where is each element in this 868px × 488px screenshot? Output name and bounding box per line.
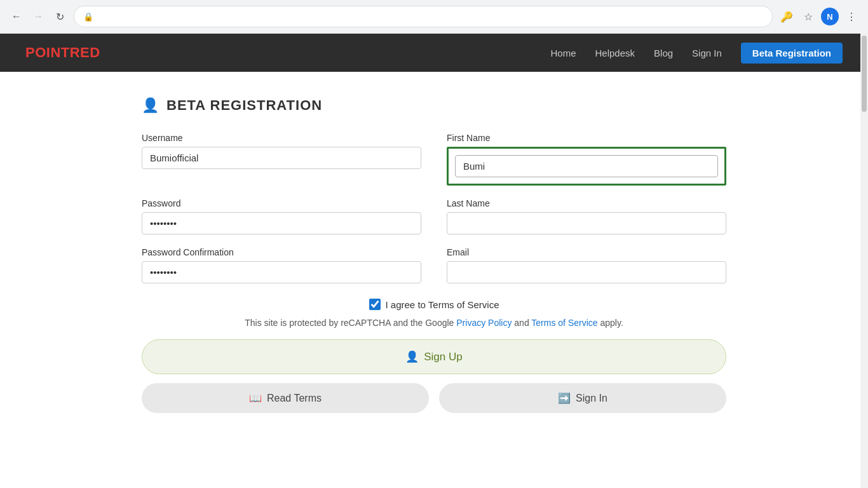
page-title: BETA REGISTRATION xyxy=(166,97,322,114)
password-confirm-label: Password Confirmation xyxy=(142,247,421,257)
privacy-policy-link[interactable]: Privacy Policy xyxy=(456,318,512,328)
sign-in-label: Sign In xyxy=(576,393,607,404)
first-name-input[interactable] xyxy=(455,155,718,177)
page-title-row: 👤 BETA REGISTRATION xyxy=(142,97,726,114)
password-label: Password xyxy=(142,198,421,208)
email-group: Email xyxy=(447,247,726,283)
username-label: Username xyxy=(142,133,421,143)
bottom-buttons-row: 📖 Read Terms ➡️ Sign In xyxy=(142,383,726,413)
recaptcha-row: This site is protected by reCAPTCHA and … xyxy=(142,318,726,328)
profile-button[interactable]: N xyxy=(821,8,839,25)
password-confirm-input[interactable] xyxy=(142,261,421,283)
beta-registration-button[interactable]: Beta Registration xyxy=(741,43,843,64)
site-nav-links: Home Helpdesk Blog Sign In Beta Registra… xyxy=(551,43,843,64)
recaptcha-apply: apply. xyxy=(600,318,623,328)
recaptcha-and-text: and xyxy=(514,318,529,328)
browser-toolbar: ← → ↻ 🔒 point.red/signup 🔑 ☆ N ⋮ xyxy=(0,0,868,33)
key-icon[interactable]: 🔑 xyxy=(778,8,796,25)
nav-signin[interactable]: Sign In xyxy=(692,48,722,58)
terms-of-service-link[interactable]: Terms of Service xyxy=(531,318,597,328)
signup-button[interactable]: 👤 Sign Up xyxy=(142,339,726,374)
nav-home[interactable]: Home xyxy=(551,48,576,58)
sign-in-button[interactable]: ➡️ Sign In xyxy=(439,383,726,413)
sign-in-icon: ➡️ xyxy=(558,392,571,404)
site-wrapper: POINTRED Home Helpdesk Blog Sign In Beta… xyxy=(0,34,868,488)
username-group: Username xyxy=(142,133,421,186)
back-button[interactable]: ← xyxy=(8,8,25,25)
browser-actions: 🔑 ☆ N ⋮ xyxy=(778,8,860,25)
email-input[interactable] xyxy=(447,261,726,283)
page-title-icon: 👤 xyxy=(142,97,159,114)
recaptcha-text: This site is protected by reCAPTCHA and … xyxy=(245,318,454,328)
read-terms-icon: 📖 xyxy=(249,392,262,404)
password-input[interactable] xyxy=(142,212,421,234)
address-bar[interactable]: 🔒 point.red/signup xyxy=(74,6,773,27)
url-input[interactable]: point.red/signup xyxy=(97,11,763,22)
lock-icon: 🔒 xyxy=(83,12,93,22)
agree-label: I agree to Terms of Service xyxy=(386,299,499,310)
first-name-focus-wrapper xyxy=(447,147,726,186)
forward-button[interactable]: → xyxy=(29,8,47,25)
reload-button[interactable]: ↻ xyxy=(51,8,69,25)
read-terms-button[interactable]: 📖 Read Terms xyxy=(142,383,429,413)
password-confirm-group: Password Confirmation xyxy=(142,247,421,283)
nav-helpdesk[interactable]: Helpdesk xyxy=(595,48,635,58)
read-terms-label: Read Terms xyxy=(267,393,322,404)
signup-icon: 👤 xyxy=(405,350,419,363)
logo-text-main: POINT xyxy=(25,44,70,60)
agree-checkbox[interactable] xyxy=(369,299,381,310)
email-label: Email xyxy=(447,247,726,257)
password-group: Password xyxy=(142,198,421,234)
last-name-label: Last Name xyxy=(447,198,726,208)
scrollbar[interactable] xyxy=(860,33,868,488)
browser-chrome: ← → ↻ 🔒 point.red/signup 🔑 ☆ N ⋮ xyxy=(0,0,868,34)
first-name-group: First Name xyxy=(447,133,726,186)
site-nav: POINTRED Home Helpdesk Blog Sign In Beta… xyxy=(0,34,868,72)
scrollbar-thumb[interactable] xyxy=(862,36,867,112)
star-icon[interactable]: ☆ xyxy=(799,8,817,25)
signup-label: Sign Up xyxy=(424,351,462,363)
nav-blog[interactable]: Blog xyxy=(654,48,673,58)
logo-accent: RED xyxy=(70,44,100,60)
nav-buttons: ← → ↻ xyxy=(8,8,69,25)
site-logo: POINTRED xyxy=(25,44,100,61)
menu-icon[interactable]: ⋮ xyxy=(843,8,860,25)
last-name-group: Last Name xyxy=(447,198,726,234)
registration-form: Username First Name Password Last Name xyxy=(142,133,726,413)
page-content: 👤 BETA REGISTRATION Username First Name … xyxy=(116,72,752,451)
last-name-input[interactable] xyxy=(447,212,726,234)
username-input[interactable] xyxy=(142,147,421,169)
first-name-label: First Name xyxy=(447,133,726,143)
agree-row: I agree to Terms of Service xyxy=(142,299,726,310)
